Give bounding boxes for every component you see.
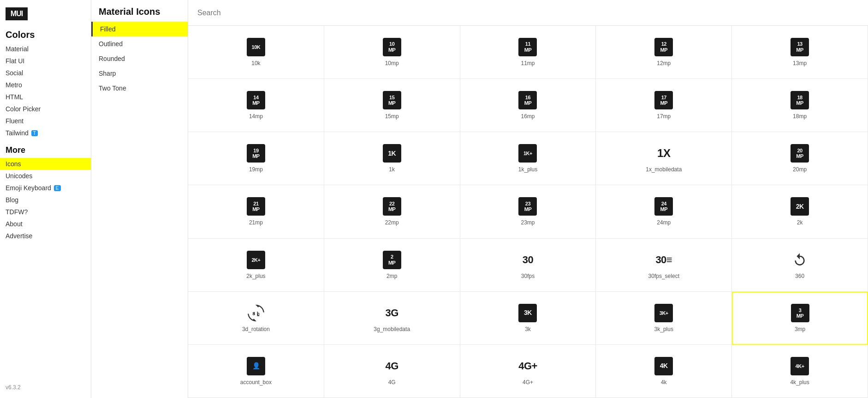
icon-cell-10mp[interactable]: 10MP10mp (324, 26, 460, 79)
main-content: 10K10k10MP10mp11MP11mp12MP12mp13MP13mp14… (188, 0, 868, 398)
icon-label: 21mp (249, 219, 263, 226)
sidebar-item-material[interactable]: Material (0, 43, 91, 55)
sidebar-item-color-picker[interactable]: Color Picker (0, 103, 91, 115)
icon-cell-22mp[interactable]: 22MP22mp (324, 185, 460, 238)
icon-cell-1x_mobiledata[interactable]: 1X1x_mobiledata (596, 132, 732, 185)
sidebar-item-emoji-keyboard[interactable]: Emoji Keyboard E (0, 182, 91, 194)
icon-label: 4k (661, 379, 667, 386)
app-version: v6.3.2 (0, 379, 91, 392)
icon-label: 1x_mobiledata (646, 166, 682, 173)
icon-label: 3d_rotation (242, 326, 270, 332)
sidebar-item-advertise[interactable]: Advertise (0, 230, 91, 242)
icon-label: 19mp (249, 166, 263, 173)
sidebar-item-html[interactable]: HTML (0, 91, 91, 103)
icon-cell-3g_mobiledata[interactable]: 3G3g_mobiledata (324, 292, 460, 345)
icon-label: 1k (389, 166, 395, 173)
icon-label: 3k (525, 326, 531, 332)
sidebar-item-icons[interactable]: Icons (0, 158, 91, 170)
sidebar-item-tdfw[interactable]: TDFW? (0, 206, 91, 218)
logo-icon: MUI (6, 7, 28, 20)
middle-panel: Material Icons Filled Outlined Rounded S… (91, 0, 188, 398)
icon-cell-2k[interactable]: 2K2k (732, 185, 868, 238)
icon-label: 2k (797, 219, 803, 226)
icon-cell-4G[interactable]: 4G4G (324, 345, 460, 398)
sidebar-item-flatui[interactable]: Flat UI (0, 55, 91, 67)
icon-cell-20mp[interactable]: 20MP20mp (732, 132, 868, 185)
more-section-title: More (0, 139, 91, 158)
sidebar-item-about[interactable]: About (0, 218, 91, 230)
icon-cell-30fps_select[interactable]: 30≡30fps_select (596, 239, 732, 292)
icon-cell-24mp[interactable]: 24MP24mp (596, 185, 732, 238)
icon-label: 1k_plus (518, 166, 537, 173)
icon-cell-14mp[interactable]: 14MP14mp (188, 79, 324, 132)
middle-panel-title: Material Icons (91, 0, 188, 22)
icon-label: 4G+ (523, 379, 533, 386)
icon-cell-4k[interactable]: 4K4k (596, 345, 732, 398)
icon-cell-account_box[interactable]: 👤account_box (188, 345, 324, 398)
icon-cell-30fps[interactable]: 3030fps (460, 239, 596, 292)
icon-cell-3d_rotation[interactable]: 3d_rotation (188, 292, 324, 345)
icon-cell-2k_plus[interactable]: 2K+2k_plus (188, 239, 324, 292)
icon-label: account_box (240, 379, 272, 386)
tab-outlined[interactable]: Outlined (91, 36, 188, 51)
icon-cell-3k[interactable]: 3K3k (460, 292, 596, 345)
sidebar-item-social[interactable]: Social (0, 67, 91, 79)
tab-sharp[interactable]: Sharp (91, 66, 188, 81)
icon-label: 4G (388, 379, 396, 386)
icon-label: 16mp (521, 113, 535, 120)
icon-label: 17mp (657, 113, 671, 120)
icon-label: 23mp (521, 219, 535, 226)
search-bar (188, 0, 868, 26)
icon-cell-1k[interactable]: 1K1k (324, 132, 460, 185)
icon-grid: 10K10k10MP10mp11MP11mp12MP12mp13MP13mp14… (188, 26, 868, 398)
icon-label: 12mp (657, 60, 671, 66)
tab-rounded[interactable]: Rounded (91, 51, 188, 66)
icon-label: 30fps_select (648, 273, 679, 279)
icon-label: 22mp (385, 219, 399, 226)
sidebar: MUI Colors Material Flat UI Social Metro… (0, 0, 91, 398)
sidebar-item-unicodes[interactable]: Unicodes (0, 170, 91, 182)
search-input[interactable] (197, 9, 859, 17)
icon-cell-360[interactable]: 360 (732, 239, 868, 292)
icon-cell-4G+[interactable]: 4G+4G+ (460, 345, 596, 398)
icon-cell-3mp[interactable]: 3MP3mp (732, 292, 868, 345)
icon-cell-16mp[interactable]: 16MP16mp (460, 79, 596, 132)
icon-cell-13mp[interactable]: 13MP13mp (732, 26, 868, 79)
icon-label: 15mp (385, 113, 399, 120)
tailwind-badge: T (31, 130, 38, 136)
icon-label: 18mp (793, 113, 807, 120)
icon-cell-3k_plus[interactable]: 3K+3k_plus (596, 292, 732, 345)
icon-cell-21mp[interactable]: 21MP21mp (188, 185, 324, 238)
emoji-badge: E (54, 185, 61, 191)
icon-cell-1k_plus[interactable]: 1K+1k_plus (460, 132, 596, 185)
icon-cell-15mp[interactable]: 15MP15mp (324, 79, 460, 132)
icon-label: 13mp (793, 60, 807, 66)
app-logo: MUI (0, 6, 91, 26)
sidebar-item-metro[interactable]: Metro (0, 79, 91, 91)
icon-cell-19mp[interactable]: 19MP19mp (188, 132, 324, 185)
icon-cell-12mp[interactable]: 12MP12mp (596, 26, 732, 79)
sidebar-item-fluent[interactable]: Fluent (0, 115, 91, 127)
icon-label: 3g_mobiledata (374, 326, 410, 332)
icon-label: 10k (251, 60, 260, 66)
icon-cell-11mp[interactable]: 11MP11mp (460, 26, 596, 79)
icon-cell-10k[interactable]: 10K10k (188, 26, 324, 79)
icon-cell-2mp[interactable]: 2MP2mp (324, 239, 460, 292)
icon-label: 3k_plus (654, 326, 673, 332)
icon-label: 2k_plus (246, 273, 265, 279)
colors-section-title: Colors (0, 26, 91, 43)
icon-cell-17mp[interactable]: 17MP17mp (596, 79, 732, 132)
sidebar-item-blog[interactable]: Blog (0, 194, 91, 206)
sidebar-item-tailwind[interactable]: Tailwind T (0, 127, 91, 139)
icon-cell-23mp[interactable]: 23MP23mp (460, 185, 596, 238)
icon-label: 20mp (793, 166, 807, 173)
icon-cell-4k_plus[interactable]: 4K+4k_plus (732, 345, 868, 398)
icon-label: 14mp (249, 113, 263, 120)
icon-cell-18mp[interactable]: 18MP18mp (732, 79, 868, 132)
tab-two-tone[interactable]: Two Tone (91, 81, 188, 96)
icon-label: 30fps (521, 273, 535, 279)
tab-filled[interactable]: Filled (91, 22, 188, 36)
icon-label: 10mp (385, 60, 399, 66)
icon-label: 4k_plus (790, 379, 809, 386)
icon-label: 360 (795, 273, 804, 279)
